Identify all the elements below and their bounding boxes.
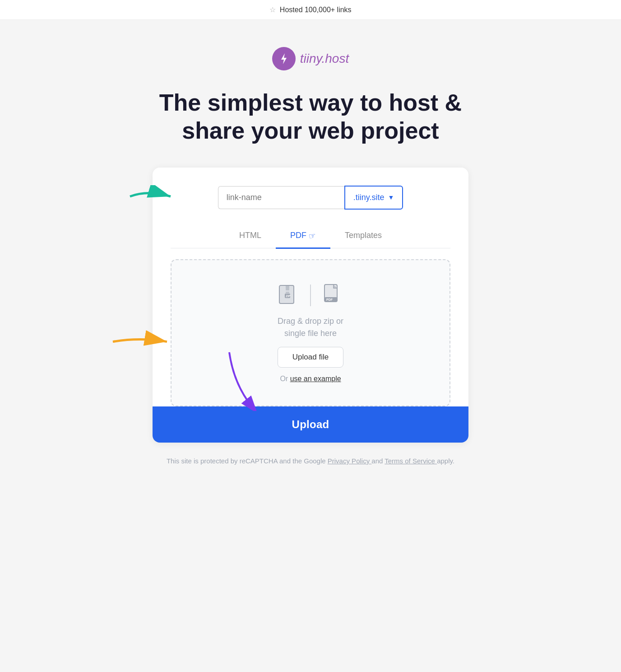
logo-icon: [272, 47, 296, 70]
svg-rect-5: [286, 285, 289, 289]
terms-of-service-link[interactable]: Terms of Service: [385, 457, 437, 465]
svg-text:ZIP: ZIP: [286, 294, 291, 298]
hero-title: The simplest way to host & share your we…: [153, 89, 468, 145]
icon-divider: [310, 285, 311, 306]
arrow-yellow: [108, 331, 171, 355]
footer: This site is protected by reCAPTCHA and …: [167, 457, 454, 465]
domain-select[interactable]: .tiiny.site ▼: [344, 186, 403, 210]
privacy-policy-link[interactable]: Privacy Policy: [328, 457, 372, 465]
upload-icons-row: ZIP PDF: [276, 283, 345, 308]
use-example-link[interactable]: use an example: [290, 375, 341, 383]
top-banner: ☆ Hosted 100,000+ links: [0, 0, 621, 20]
url-row: .tiiny.site ▼: [171, 186, 450, 210]
zip-icon: ZIP: [276, 283, 301, 308]
banner-text: Hosted 100,000+ links: [280, 6, 352, 14]
tab-templates[interactable]: Templates: [330, 224, 396, 248]
or-example-row: Or use an example: [280, 375, 341, 383]
logo-text: tiiny.host: [300, 51, 349, 66]
domain-label: .tiiny.site: [353, 193, 385, 202]
tabs: HTML PDF ☞ Templates: [171, 224, 450, 248]
chevron-down-icon: ▼: [388, 194, 394, 201]
drag-drop-text: Drag & drop zip or single file here: [278, 315, 343, 340]
svg-marker-0: [281, 53, 287, 64]
upload-button-wrapper: Upload: [171, 406, 450, 443]
tab-html[interactable]: HTML: [225, 224, 276, 248]
logo-area: tiiny.host: [272, 47, 349, 70]
link-name-input[interactable]: [218, 186, 344, 209]
upload-file-button[interactable]: Upload file: [278, 347, 343, 368]
cursor-icon: ☞: [308, 230, 317, 241]
pdf-icon: PDF: [320, 283, 345, 308]
upload-button[interactable]: Upload: [153, 406, 468, 443]
svg-rect-7: [286, 292, 289, 293]
svg-text:PDF: PDF: [326, 298, 333, 301]
tab-pdf[interactable]: PDF ☞: [276, 224, 330, 248]
main-card: .tiiny.site ▼ HTML PDF ☞ Templates: [153, 168, 468, 443]
upload-zone[interactable]: ZIP PDF Drag & drop zip or: [171, 259, 450, 406]
arrow-green: [125, 185, 175, 210]
svg-rect-6: [286, 289, 289, 290]
star-icon: ☆: [269, 6, 276, 14]
